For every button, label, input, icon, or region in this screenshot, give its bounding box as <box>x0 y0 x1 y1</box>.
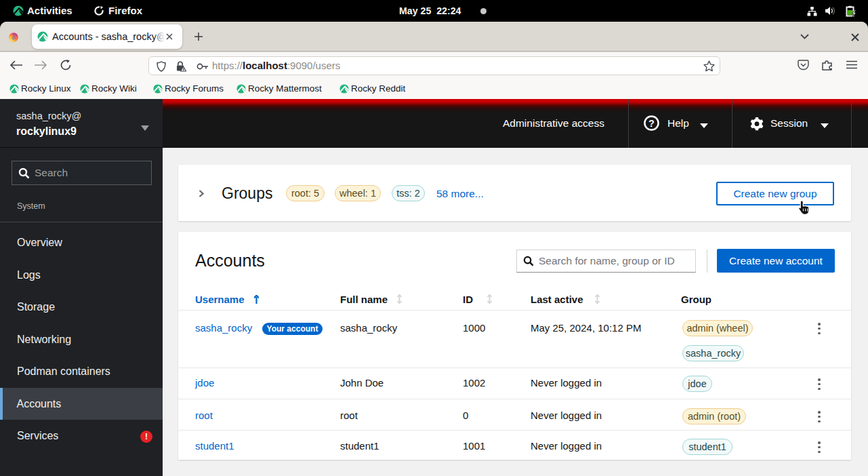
svg-text:?: ? <box>648 118 655 129</box>
